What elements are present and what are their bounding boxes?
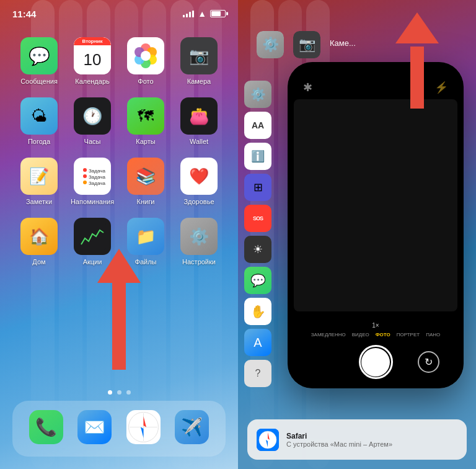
app-row-2: 🌤 Погода 🕐 Часы 🗺 Карты 👛 Wal: [12, 97, 226, 145]
app-maps[interactable]: 🗺 Карты: [124, 97, 167, 145]
app-notes[interactable]: 📝 Заметки: [17, 158, 61, 205]
app-clock[interactable]: 🕐 Часы: [71, 97, 114, 145]
reminders-label: Напоминания: [71, 198, 114, 205]
svg-text:Задача 2: Задача 2: [89, 174, 106, 180]
signal-bar-4: [192, 11, 194, 17]
camera-shutter-button[interactable]: [359, 345, 393, 379]
app-weather[interactable]: 🌤 Погода: [17, 97, 61, 145]
app-calendar[interactable]: Вторник 10 Календарь: [71, 37, 114, 85]
sidebar-hand[interactable]: ✋: [244, 298, 271, 325]
mail-icon: ✉️: [77, 410, 112, 444]
books-label: Книги: [137, 198, 155, 205]
camera-text-label: Каме...: [330, 31, 356, 58]
home-label: Дом: [32, 258, 45, 266]
app-home[interactable]: 🏠 Дом: [17, 218, 61, 266]
phone-mockup[interactable]: ✱ ⚡ 1× ЗАМЕДЛЕННО ВИДЕО ФОТО ПОРТРЕТ ПАН…: [288, 62, 464, 388]
safari-notif-icon: [257, 429, 279, 451]
dock-phone[interactable]: 📞: [24, 410, 68, 447]
bluetooth-icon: ✱: [303, 81, 312, 94]
svg-point-10: [83, 174, 87, 178]
safari-icon: [126, 410, 161, 444]
settings-icon: ⚙️: [180, 218, 218, 255]
dot-3: [126, 390, 131, 395]
camera-viewfinder: [294, 99, 457, 311]
dock: 📞 ✉️ ✈️: [12, 401, 226, 457]
settings-label: Настройки: [182, 258, 216, 266]
notes-icon: 📝: [20, 158, 58, 195]
health-icon: ❤️: [180, 158, 218, 195]
app-settings[interactable]: ⚙️ Настройки: [177, 218, 221, 266]
app-health[interactable]: ❤️ Здоровье: [177, 158, 221, 205]
wallet-label: Wallet: [190, 138, 208, 145]
app-switcher-sidebar: ⚙️ AA ℹ️ ⊞ SOS ☀ 💬 ✋ A ?: [244, 81, 275, 387]
messages-icon: 💬: [20, 37, 58, 74]
page-dots: [0, 390, 238, 395]
dock-safari[interactable]: [121, 410, 165, 447]
wifi-icon: ▲: [198, 9, 206, 19]
status-icons: ▲: [183, 9, 226, 19]
app-reminders[interactable]: Задача 1 Задача 2 Задача 3 Напоминания: [71, 158, 114, 205]
sidebar-aa[interactable]: AA: [244, 112, 271, 139]
wallet-icon: 👛: [180, 97, 218, 135]
sidebar-brightness[interactable]: ☀: [244, 236, 271, 263]
notes-label: Заметки: [26, 198, 52, 205]
app-books[interactable]: 📚 Книги: [124, 158, 167, 205]
app-photos[interactable]: Фото: [124, 37, 167, 85]
clock-icon: 🕐: [74, 97, 111, 135]
sidebar-question[interactable]: ?: [244, 360, 271, 387]
sidebar-sos[interactable]: SOS: [244, 205, 271, 232]
dot-2: [117, 390, 121, 395]
camera-icon: 📷: [180, 37, 218, 74]
weather-label: Погода: [28, 138, 50, 145]
mode-pano[interactable]: ПАНО: [426, 332, 440, 337]
app-wallet[interactable]: 👛 Wallet: [177, 97, 221, 145]
calendar-label: Календарь: [75, 78, 110, 85]
signal-bar-2: [186, 14, 188, 17]
flip-icon: ↻: [425, 356, 433, 368]
calendar-day: Вторник: [74, 37, 111, 45]
sidebar-settings[interactable]: ⚙️: [244, 81, 271, 108]
signal-icon: [183, 10, 194, 17]
clock-label: Часы: [84, 138, 101, 145]
app-grid: 💬 Сообщения Вторник 10 Календарь: [0, 37, 238, 278]
battery-fill: [211, 11, 221, 16]
svg-point-6: [141, 51, 151, 61]
mode-slow[interactable]: ЗАМЕДЛЕННО: [311, 332, 346, 337]
app-camera[interactable]: 📷 Камера: [177, 37, 221, 85]
camera-label: Камера: [187, 78, 211, 85]
signal-bar-3: [189, 12, 191, 17]
health-label: Здоровье: [183, 198, 214, 205]
mode-photo[interactable]: ФОТО: [376, 332, 390, 337]
signal-bar-1: [183, 15, 185, 17]
dock-telegram[interactable]: ✈️: [170, 410, 214, 447]
svg-text:Задача 1: Задача 1: [89, 168, 106, 174]
camera-zoom: 1×: [372, 322, 379, 329]
camera-flip-button[interactable]: ↻: [418, 351, 439, 373]
messages-label: Сообщения: [20, 78, 58, 85]
notification-bar[interactable]: Safari С устройства «Mac mini – Артем»: [247, 419, 467, 460]
maps-label: Карты: [136, 138, 155, 145]
mode-video[interactable]: ВИДЕО: [352, 332, 369, 337]
app-row-1: 💬 Сообщения Вторник 10 Календарь: [12, 37, 226, 85]
camera-small-icon[interactable]: 📷: [293, 31, 320, 58]
photos-label: Фото: [138, 78, 153, 85]
calendar-date-num: 10: [74, 45, 111, 74]
photos-icon: [127, 37, 164, 74]
calendar-icon: Вторник 10: [74, 37, 111, 74]
settings-small-icon[interactable]: ⚙️: [257, 31, 284, 58]
swipe-up-arrow-right: [395, 12, 439, 109]
camera-controls: ↻: [312, 345, 439, 379]
app-row-3: 📝 Заметки Задача 1 Задача 2 Задача 3: [12, 158, 226, 205]
app-messages[interactable]: 💬 Сообщения: [17, 37, 61, 85]
notif-subtitle: С устройства «Mac mini – Артем»: [286, 440, 457, 448]
sidebar-grid[interactable]: ⊞: [244, 174, 271, 201]
books-icon: 📚: [127, 158, 164, 195]
sidebar-info[interactable]: ℹ️: [244, 143, 271, 170]
dock-mail[interactable]: ✉️: [73, 410, 117, 447]
mode-portrait[interactable]: ПОРТРЕТ: [397, 332, 420, 337]
sidebar-messages[interactable]: 💬: [244, 267, 271, 294]
sidebar-appstore[interactable]: A: [244, 329, 271, 356]
phone-icon: 📞: [29, 410, 63, 444]
svg-point-8: [83, 168, 87, 172]
svg-point-12: [83, 181, 87, 184]
